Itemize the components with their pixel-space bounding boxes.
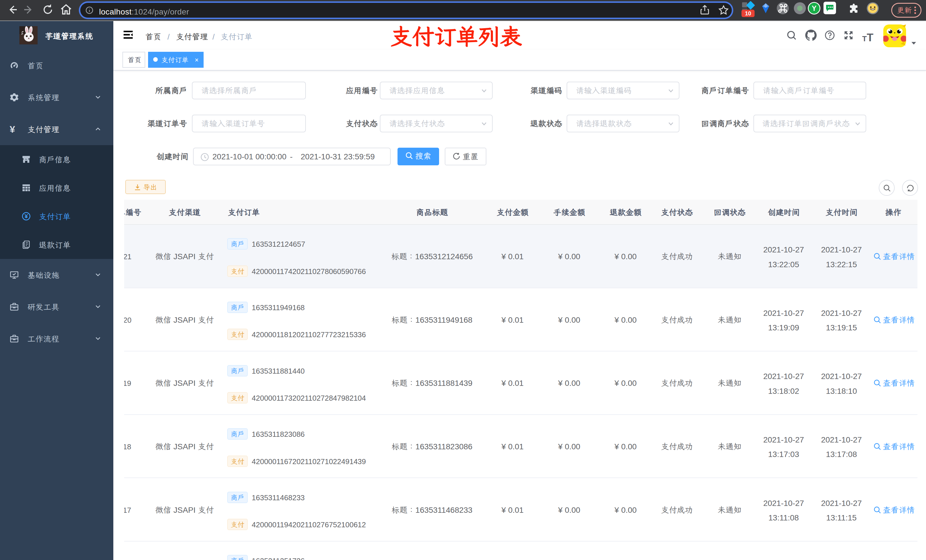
svg-text:Y: Y — [812, 4, 817, 12]
